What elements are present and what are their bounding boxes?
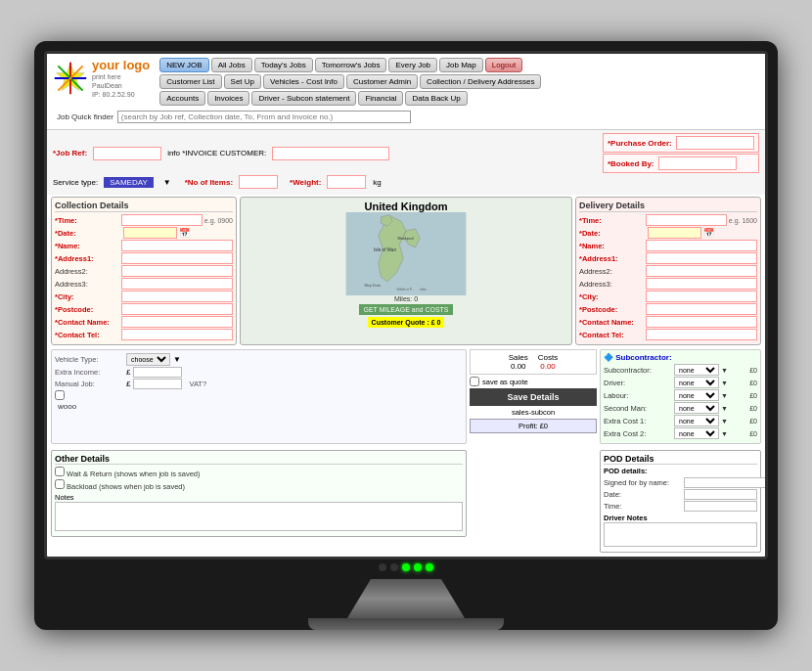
weight-input[interactable] — [327, 175, 366, 189]
collection-date-input[interactable]: 24/06/2013 — [123, 227, 177, 239]
notes-label: Notes — [55, 493, 463, 502]
collection-time-input[interactable] — [121, 214, 203, 226]
subcontractor-select[interactable]: none — [674, 364, 719, 376]
collection-tel-label: *Contact Tel: — [55, 331, 121, 339]
collection-name-label: *Name: — [55, 242, 121, 250]
pod-date-input[interactable]: 24/06/2013 — [684, 489, 757, 500]
nav-setup[interactable]: Set Up — [224, 74, 261, 89]
nav-collection-delivery[interactable]: Collection / Delivery Addresses — [420, 74, 541, 89]
sales-subcon-label: sales-subcon — [470, 408, 597, 417]
invoice-label: info *INVOICE CUSTOMER: — [167, 149, 266, 157]
second-man-select[interactable]: none — [674, 402, 719, 414]
vehicle-select[interactable]: choose — [126, 353, 170, 366]
booked-by-input[interactable] — [658, 157, 737, 170]
subcon-dropdown-icon: ▼ — [721, 367, 728, 374]
vehicle-dropdown-icon: ▼ — [173, 355, 181, 364]
wooo-text: wooo — [55, 401, 463, 412]
nav-vehicles[interactable]: Vehicles - Cost Info — [263, 74, 344, 89]
collection-name-input[interactable] — [121, 240, 233, 251]
delivery-name-input[interactable] — [646, 240, 757, 251]
nav-job-map[interactable]: Job Map — [439, 58, 483, 72]
checkbox-1[interactable] — [55, 390, 65, 400]
delivery-date-input[interactable]: 24/06/2013 — [648, 227, 701, 239]
nav-data-backup[interactable]: Data Back Up — [405, 91, 467, 106]
extra-cost1-select[interactable]: none — [674, 415, 719, 426]
collection-contact-label: *Contact Name: — [55, 318, 121, 327]
purchase-order-input[interactable] — [676, 136, 754, 150]
currency-symbol-1: £ — [126, 368, 130, 377]
get-mileage-btn[interactable]: GET MILEAGE and COSTS — [359, 304, 452, 315]
checkbox-row — [55, 390, 463, 400]
job-ref-input[interactable] — [93, 147, 161, 160]
delivery-addr3-input[interactable] — [646, 278, 757, 290]
pod-signed-input[interactable] — [684, 477, 768, 488]
collection-postcode-input[interactable] — [121, 303, 233, 315]
nav-financial[interactable]: Financial — [358, 91, 403, 106]
nav-area: NEW JOB All Jobs Today's Jobs Tomorrow's… — [159, 58, 759, 106]
manual-job-input[interactable] — [133, 379, 182, 389]
quick-finder-input[interactable] — [117, 111, 411, 123]
delivery-date-label: *Date: — [579, 229, 646, 238]
nav-tomorrows-jobs[interactable]: Tomorrow's Jobs — [315, 58, 387, 72]
collection-contact-input[interactable] — [121, 316, 233, 328]
other-details-container: Other Details Wait & Return (shows when … — [51, 448, 467, 553]
driver-notes-textarea[interactable] — [604, 522, 757, 547]
labour-select[interactable]: none — [674, 389, 719, 401]
wait-return-checkbox[interactable] — [55, 467, 65, 476]
nav-every-job[interactable]: Every Job — [388, 58, 437, 72]
save-details-btn[interactable]: Save Details — [470, 388, 597, 406]
nav-customer-list[interactable]: Customer List — [159, 74, 221, 89]
collection-addr1-input[interactable] — [121, 252, 233, 264]
pod-time-row: Time: — [604, 501, 757, 512]
pod-date-label: Date: — [604, 490, 682, 499]
nav-driver-subcon[interactable]: Driver - Subcon statement — [251, 91, 356, 106]
collection-date-label: *Date: — [55, 229, 121, 238]
collection-time-label: *Time: — [55, 216, 121, 225]
backload-checkbox[interactable] — [55, 479, 65, 489]
delivery-city-input[interactable] — [646, 291, 757, 302]
items-input[interactable] — [239, 175, 278, 189]
nav-new-job[interactable]: NEW JOB — [159, 58, 208, 72]
sameday-btn[interactable]: SAMEDAY — [104, 177, 154, 188]
form-row-1: *Job Ref: info *INVOICE CUSTOMER: *Purch… — [53, 133, 759, 173]
extra-cost2-select[interactable]: none — [674, 427, 719, 439]
collection-tel-input[interactable] — [121, 329, 233, 340]
miles-label: Miles: 0 — [394, 295, 418, 302]
wait-return-row: Wait & Return (shows when job is saved) — [55, 467, 463, 478]
driver-select[interactable]: none — [674, 377, 719, 388]
delivery-addr1-input[interactable] — [646, 252, 757, 264]
invoice-input[interactable] — [272, 147, 389, 160]
delivery-calendar-icon[interactable]: 📅 — [703, 228, 714, 238]
save-as-quote-checkbox[interactable] — [470, 377, 479, 386]
subcontractor-amount: £0 — [730, 367, 757, 374]
profit-box: Profit: £0 — [470, 419, 597, 433]
nav-customer-admin[interactable]: Customer Admin — [346, 74, 418, 89]
nav-todays-jobs[interactable]: Today's Jobs — [254, 58, 313, 72]
delivery-tel-input[interactable] — [646, 329, 757, 340]
nav-invoices[interactable]: Invoices — [207, 91, 249, 106]
delivery-postcode-input[interactable] — [646, 303, 757, 315]
extra-income-input[interactable] — [133, 367, 182, 378]
delivery-time-input[interactable] — [646, 214, 727, 226]
labour-label: Labour: — [604, 391, 672, 400]
delivery-contact-input[interactable] — [646, 316, 757, 328]
nav-accounts[interactable]: Accounts — [159, 91, 205, 106]
nav-logout[interactable]: Logout — [485, 58, 522, 72]
pod-time-input[interactable] — [684, 501, 757, 512]
collection-calendar-icon[interactable]: 📅 — [179, 228, 190, 238]
collection-addr3-row: Address3: — [55, 278, 233, 290]
quote-box: Customer Quote : £ 0 — [368, 317, 445, 328]
collection-addr2-input[interactable] — [121, 265, 233, 277]
extra-cost2-row: Extra Cost 2: none ▼ £0 — [604, 427, 757, 439]
led-4 — [414, 563, 422, 571]
notes-textarea[interactable] — [55, 502, 463, 531]
monitor-leds — [44, 559, 768, 579]
pod-signed-row: Signed for by name: — [604, 477, 757, 488]
delivery-title: Delivery Details — [579, 201, 757, 212]
weight-label: *Weight: — [290, 178, 321, 187]
delivery-addr2-input[interactable] — [646, 265, 757, 277]
nav-row-1: NEW JOB All Jobs Today's Jobs Tomorrow's… — [159, 58, 759, 72]
nav-all-jobs[interactable]: All Jobs — [211, 58, 252, 72]
collection-addr3-input[interactable] — [121, 278, 233, 290]
collection-city-input[interactable] — [121, 291, 233, 302]
